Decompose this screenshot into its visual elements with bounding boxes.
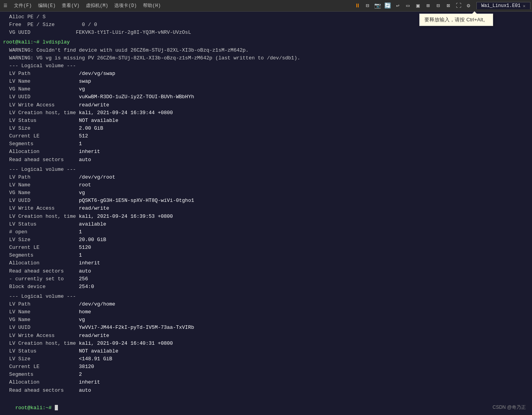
titlebar-icons: ☰ xyxy=(2,2,9,10)
lv2-access: LV Write Access read/write xyxy=(3,205,529,212)
menu-help[interactable]: 帮助(H) xyxy=(140,2,164,10)
lv3-vgname-label: VG Name xyxy=(9,317,79,323)
win-btn1[interactable]: ▭ xyxy=(403,2,413,10)
menu-vm[interactable]: 虚拟机(M) xyxy=(83,2,112,10)
separator-3: --- Logical volume --- xyxy=(3,293,529,300)
lv2-uuid-label: LV UUID xyxy=(9,198,79,203)
lv3-segments-value: 2 xyxy=(79,372,82,377)
lv1-le-value: 512 xyxy=(79,133,88,139)
terminal[interactable]: Alloc PE / S Free PE / Size 0 / 0 VG UUI… xyxy=(0,12,532,415)
lv3-uuid: LV UUID YwVVi7-JM44-F2kI-pyTd-IV5M-73aa-… xyxy=(3,324,529,332)
partial-label-3: VG UUID FEKVK3-tY1T-LUir-2g8I-YQ3M-vNRV-… xyxy=(3,30,191,35)
lv2-currently: - currently set to 256 xyxy=(3,275,529,283)
lv2-creation-label: LV Creation host, time xyxy=(9,214,79,219)
lv2-le: Current LE 5120 xyxy=(3,244,529,252)
lv2-le-label: Current LE xyxy=(9,245,79,250)
lv2-le-value: 5120 xyxy=(79,245,91,250)
menu-file[interactable]: 文件(F) xyxy=(11,2,35,10)
lv1-uuid: LV UUID vuKwBM-R3DO-1uZU-iy2Z-TOUI-BUVh-… xyxy=(3,93,529,101)
lv1-creation-label: LV Creation host, time xyxy=(9,110,79,116)
snapshot-btn3[interactable]: ↩ xyxy=(393,2,403,10)
lv3-status: LV Status NOT available xyxy=(3,347,529,355)
lv1-alloc-label: Allocation xyxy=(9,149,79,155)
lv2-block: Block device 254:0 xyxy=(3,283,529,291)
partial-line-3: VG UUID FEKVK3-tY1T-LUir-2g8I-YQ3M-vNRV-… xyxy=(3,29,529,36)
lv1-alloc-value: inherit xyxy=(79,149,100,155)
win-btn3[interactable]: ⊞ xyxy=(424,2,433,10)
lv1-status-value: NOT available xyxy=(79,118,118,123)
lv3-path-value: /dev/vg/home xyxy=(79,301,115,307)
lv1-segments-value: 1 xyxy=(79,141,82,147)
lv3-vgname-value: vg xyxy=(79,317,85,323)
menu-tab[interactable]: 选项卡(D) xyxy=(111,2,140,10)
lv1-access: LV Write Access read/write xyxy=(3,101,529,109)
lv1-creation: LV Creation host, time kali, 2021-09-24 … xyxy=(3,109,529,117)
lv3-status-label: LV Status xyxy=(9,348,79,354)
lv3-size-value: <148.91 GiB xyxy=(79,356,112,362)
cursor xyxy=(55,405,58,410)
lv2-block-label: Block device xyxy=(9,284,79,290)
menu-view[interactable]: 查看(V) xyxy=(59,2,83,10)
win-btn2[interactable]: ▣ xyxy=(413,2,423,10)
titlebar: ☰ 文件(F) 编辑(E) 查看(V) 虚拟机(M) 选项卡(D) 帮助(H) … xyxy=(0,0,532,12)
menu-edit[interactable]: 编辑(E) xyxy=(35,2,59,10)
warning-1: WARNING: Couldn't find device with uuid … xyxy=(3,47,529,54)
send-btn[interactable]: ⊟ xyxy=(363,2,372,10)
pause-btn[interactable]: ⏸ xyxy=(353,2,362,10)
lv2-access-label: LV Write Access xyxy=(9,205,79,211)
lv2-alloc: Allocation inherit xyxy=(3,259,529,267)
lv2-uuid: LV UUID pQSKT6-gG3H-1E5N-spXV-HT8Q-wiVi-… xyxy=(3,197,529,205)
lv1-readahead-label: Read ahead sectors xyxy=(9,157,79,163)
lv1-segments: Segments 1 xyxy=(3,140,529,148)
lv1-uuid-value: vuKwBM-R3DO-1uZU-iy2Z-TOUI-BUVh-WBbHYh xyxy=(79,94,194,100)
lv1-readahead-value: auto xyxy=(79,157,91,163)
lv1-le-label: Current LE xyxy=(9,133,79,139)
lv2-segments: Segments 1 xyxy=(3,252,529,259)
lv2-status-value: available xyxy=(79,221,106,227)
lv3-readahead: Read ahead sectors auto xyxy=(3,387,529,394)
lv3-vgname: VG Name vg xyxy=(3,316,529,324)
lv1-name: LV Name swap xyxy=(3,78,529,85)
lv1-vgname-label: VG Name xyxy=(9,86,79,92)
win-btn5[interactable]: ⊠ xyxy=(444,2,453,10)
lv1-status: LV Status NOT available xyxy=(3,117,529,125)
lv2-size: LV Size 20.00 GiB xyxy=(3,236,529,244)
menu-bar: 文件(F) 编辑(E) 查看(V) 虚拟机(M) 选项卡(D) 帮助(H) xyxy=(11,2,164,10)
lv3-alloc: Allocation inherit xyxy=(3,379,529,386)
lv2-vgname: VG Name vg xyxy=(3,189,529,197)
lv3-status-value: NOT available xyxy=(79,348,118,354)
lv2-creation: LV Creation host, time kali, 2021-09-24 … xyxy=(3,213,529,221)
lv1-name-label: LV Name xyxy=(9,78,79,84)
fullscreen-btn[interactable]: ⛶ xyxy=(454,2,463,10)
lv1-size-value: 2.00 GiB xyxy=(79,125,103,131)
tab-close-btn[interactable]: ✕ xyxy=(523,3,525,9)
lv2-block-value: 254:0 xyxy=(79,284,94,290)
lv2-access-value: read/write xyxy=(79,205,109,211)
lv2-path-value: /dev/vg/root xyxy=(79,174,115,180)
lv2-size-label: LV Size xyxy=(9,237,79,243)
lv2-status-label: LV Status xyxy=(9,221,79,227)
lv2-open-value: 1 xyxy=(79,229,82,235)
lv3-alloc-label: Allocation xyxy=(9,379,79,385)
lv1-path-label: LV Path xyxy=(9,71,79,76)
tooltip-box: 要释放输入，请按 Ctrl+Alt。 xyxy=(419,14,493,26)
partial-label-1: Alloc PE / S xyxy=(3,14,45,20)
win-btn4[interactable]: ⊟ xyxy=(434,2,443,10)
app-menu-icon[interactable]: ☰ xyxy=(2,2,9,10)
lv3-path-label: LV Path xyxy=(9,301,79,307)
command-line: root@kali:~# lvdisplay xyxy=(3,38,529,46)
lv2-path-label: LV Path xyxy=(9,174,79,180)
snapshot-btn2[interactable]: 🔄 xyxy=(383,2,392,10)
snapshot-btn1[interactable]: 📷 xyxy=(373,2,382,10)
lv2-status: LV Status available xyxy=(3,221,529,228)
lv2-name-label: LV Name xyxy=(9,182,79,188)
lv3-name: LV Name home xyxy=(3,308,529,316)
lv3-segments-label: Segments xyxy=(9,372,79,377)
settings-btn[interactable]: ⚙ xyxy=(464,2,473,10)
lv1-le: Current LE 512 xyxy=(3,132,529,140)
lv1-access-value: read/write xyxy=(79,102,109,108)
main-tab[interactable]: Wai_Linux1.E01 ✕ xyxy=(476,2,530,9)
toolbar-right: ⏸ ⊟ 📷 🔄 ↩ ▭ ▣ ⊞ ⊟ ⊠ ⛶ ⚙ xyxy=(353,2,473,10)
lv3-readahead-value: auto xyxy=(79,387,91,393)
tooltip-text: 要释放输入，请按 Ctrl+Alt。 xyxy=(424,17,488,23)
